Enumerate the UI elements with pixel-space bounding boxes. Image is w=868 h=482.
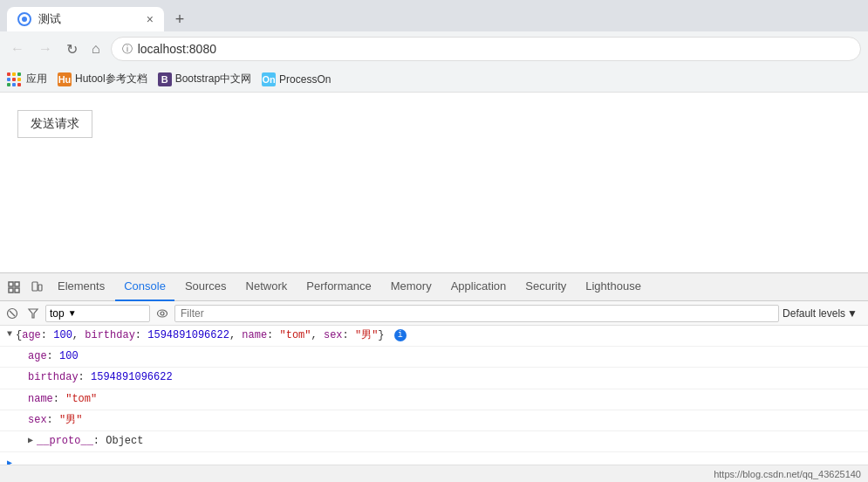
- forward-button[interactable]: →: [35, 38, 56, 60]
- security-icon: ⓘ: [122, 42, 133, 57]
- url-bar[interactable]: ⓘ localhost:8080: [111, 37, 861, 61]
- tab-application[interactable]: Application: [442, 273, 516, 301]
- levels-dropdown-icon: ▼: [847, 307, 858, 320]
- filter-input[interactable]: [174, 305, 779, 322]
- svg-rect-3: [15, 288, 19, 293]
- devtools-device-icon[interactable]: [26, 277, 47, 298]
- devtools-panel: Elements Console Sources Network Perform…: [0, 272, 868, 482]
- tab-memory[interactable]: Memory: [382, 273, 441, 301]
- hutool-label: Hutool参考文档: [75, 72, 147, 86]
- console-name-row: name: "tom": [0, 389, 868, 410]
- hutool-bookmark[interactable]: Hu Hutool参考文档: [58, 72, 147, 86]
- tab-bar: 测试 × +: [0, 0, 868, 31]
- svg-rect-4: [32, 282, 38, 291]
- console-age: age: 100: [28, 348, 861, 365]
- apps-grid-icon: [7, 72, 21, 86]
- console-output: ▼ {age: 100, birthday: 1594891096622, na…: [0, 326, 868, 465]
- page-content: 发送请求: [0, 93, 868, 272]
- console-birthday-row: birthday: 1594891096622: [0, 368, 868, 389]
- bootstrap-icon: B: [158, 72, 172, 86]
- processon-bookmark[interactable]: On ProcessOn: [262, 72, 331, 86]
- clear-console-icon[interactable]: [3, 305, 21, 322]
- console-birthday: birthday: 1594891096622: [28, 369, 861, 386]
- reload-button[interactable]: ↻: [63, 38, 81, 61]
- collapse-arrow-icon[interactable]: ▼: [7, 327, 12, 339]
- console-sex-row: sex: "男": [0, 410, 868, 431]
- console-object-summary: {age: 100, birthday: 1594891096622, name…: [16, 327, 861, 344]
- tab-lighthouse[interactable]: Lighthouse: [577, 273, 650, 301]
- default-levels-dropdown[interactable]: Default levels ▼: [783, 307, 865, 320]
- svg-rect-2: [9, 288, 13, 293]
- devtools-select-icon[interactable]: [3, 277, 24, 298]
- devtools-tab-bar: Elements Console Sources Network Perform…: [0, 273, 868, 301]
- status-url: https://blog.csdn.net/qq_43625140: [714, 469, 861, 479]
- tab-close-button[interactable]: ×: [147, 12, 154, 26]
- svg-point-9: [158, 310, 167, 317]
- eye-icon[interactable]: [154, 305, 171, 322]
- context-dropdown-icon: ▼: [68, 308, 77, 318]
- console-proto: __proto__: Object: [37, 433, 861, 450]
- tab-performance[interactable]: Performance: [297, 273, 379, 301]
- prompt-arrow-icon: ▶: [7, 456, 12, 465]
- browser-chrome: 测试 × + ← → ↻ ⌂ ⓘ localhost:8080: [0, 0, 868, 93]
- back-button[interactable]: ←: [7, 38, 28, 60]
- active-tab[interactable]: 测试 ×: [7, 7, 164, 31]
- svg-marker-8: [29, 309, 38, 318]
- console-object-row: ▼ {age: 100, birthday: 1594891096622, na…: [0, 326, 868, 347]
- tab-elements[interactable]: Elements: [49, 273, 113, 301]
- url-text: localhost:8080: [138, 42, 850, 56]
- tab-console[interactable]: Console: [115, 273, 174, 301]
- status-bar: https://blog.csdn.net/qq_43625140: [0, 465, 868, 482]
- svg-rect-5: [38, 285, 42, 291]
- default-levels-label: Default levels: [783, 307, 845, 320]
- new-tab-button[interactable]: +: [167, 7, 192, 31]
- tab-title: 测试: [38, 11, 140, 27]
- tab-favicon: [17, 12, 31, 26]
- console-prompt-row: ▶: [0, 452, 868, 465]
- apps-label: 应用: [26, 72, 47, 86]
- tab-sources[interactable]: Sources: [176, 273, 236, 301]
- svg-rect-0: [9, 282, 13, 286]
- filter-icon[interactable]: [24, 305, 42, 322]
- console-name: name: "tom": [28, 391, 861, 408]
- context-label: top: [50, 307, 65, 320]
- console-sex: sex: "男": [28, 412, 861, 429]
- console-proto-row: ▶ __proto__: Object: [0, 431, 868, 452]
- proto-expand-arrow-icon[interactable]: ▶: [28, 433, 33, 445]
- send-request-button[interactable]: 发送请求: [17, 110, 92, 138]
- info-icon: i: [394, 329, 407, 341]
- bookmarks-bar: 应用 Hu Hutool参考文档 B Bootstrap中文网 On Proce…: [0, 66, 868, 93]
- bootstrap-bookmark[interactable]: B Bootstrap中文网: [158, 72, 251, 86]
- tab-security[interactable]: Security: [516, 273, 575, 301]
- processon-icon: On: [262, 72, 276, 86]
- apps-bookmark[interactable]: 应用: [7, 72, 47, 86]
- tab-network[interactable]: Network: [237, 273, 297, 301]
- context-selector[interactable]: top ▼: [45, 305, 150, 322]
- processon-label: ProcessOn: [279, 73, 331, 86]
- svg-line-7: [10, 311, 15, 316]
- svg-rect-1: [15, 282, 19, 286]
- bootstrap-label: Bootstrap中文网: [175, 72, 251, 86]
- svg-point-10: [161, 312, 164, 315]
- console-age-row: age: 100: [0, 347, 868, 368]
- console-toolbar: top ▼ Default levels ▼: [0, 301, 868, 326]
- address-bar: ← → ↻ ⌂ ⓘ localhost:8080: [0, 31, 868, 66]
- home-button[interactable]: ⌂: [88, 38, 104, 60]
- hutool-icon: Hu: [58, 72, 72, 86]
